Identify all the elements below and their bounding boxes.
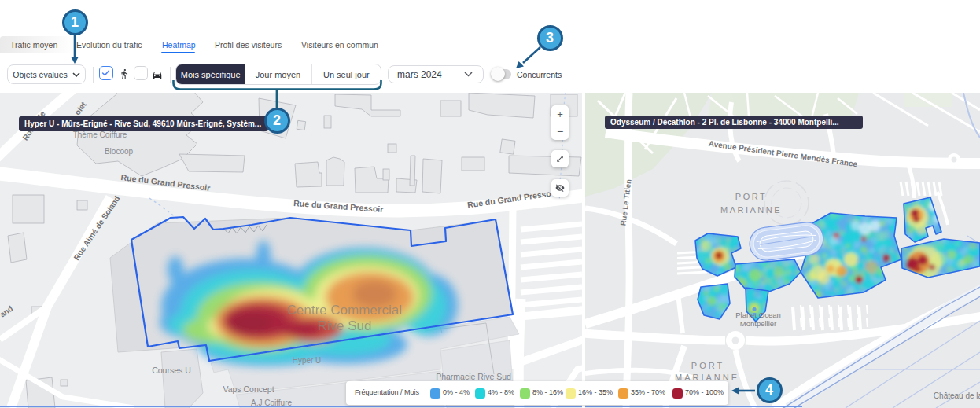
- svg-text:Vaps Concept: Vaps Concept: [223, 384, 274, 394]
- svg-text:Centre Commercial: Centre Commercial: [287, 303, 402, 318]
- svg-text:Hyper U: Hyper U: [293, 356, 322, 365]
- svg-text:Biocoop: Biocoop: [105, 147, 134, 156]
- svg-text:PORT: PORT: [691, 361, 724, 370]
- svg-text:MARIANNE: MARIANNE: [720, 205, 782, 215]
- svg-text:PORT: PORT: [735, 192, 767, 201]
- svg-text:Château de la: Château de la: [934, 391, 980, 400]
- svg-text:Planet Ocean: Planet Ocean: [735, 311, 781, 319]
- svg-text:Rive Sud: Rive Sud: [318, 318, 372, 333]
- svg-text:Montpellier: Montpellier: [740, 319, 776, 328]
- svg-text:Courses U: Courses U: [152, 366, 191, 375]
- svg-text:Thème Coiffure: Thème Coiffure: [73, 130, 127, 139]
- svg-text:Pharmacie Rive Sud: Pharmacie Rive Sud: [436, 372, 511, 381]
